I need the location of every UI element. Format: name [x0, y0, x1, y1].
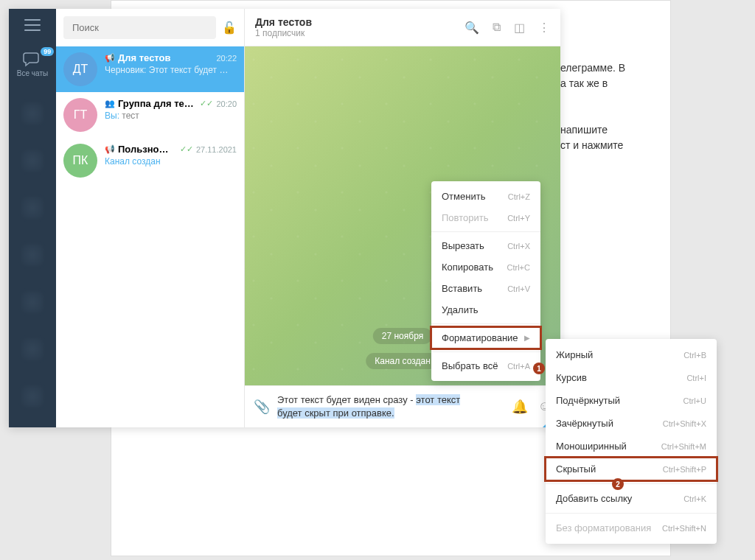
- nav-rail: 99 Все чаты: [9, 9, 56, 427]
- menu-icon[interactable]: [24, 19, 41, 31]
- callout-badge: 1: [533, 363, 545, 374]
- all-chats-label: Все чаты: [17, 69, 48, 77]
- chat-header: Для тестов 1 подписчик 🔍 ⧉ ◫ ⋮: [245, 9, 560, 46]
- search-input[interactable]: [63, 16, 216, 39]
- chat-time: 20:22: [216, 54, 237, 63]
- service-message: Канал создан: [366, 353, 439, 369]
- panel-icon[interactable]: ◫: [514, 21, 525, 35]
- background-text: елеграмме. Ва так же в: [560, 60, 625, 91]
- avatar: ДТ: [63, 52, 97, 86]
- avatar: ПК: [63, 144, 97, 178]
- menu-separator: [431, 323, 540, 324]
- chat-item[interactable]: ПК 📢 Пользно… ✓✓ 27.11.2021 Канал создан: [56, 138, 244, 183]
- menu-select-all[interactable]: Выбрать всёCtrl+A: [431, 355, 540, 377]
- menu-separator: [546, 483, 717, 484]
- context-menu: ОтменитьCtrl+Z ПовторитьCtrl+Y ВырезатьC…: [431, 181, 540, 381]
- chat-preview: Черновик: Этот текст будет …: [105, 65, 237, 75]
- rail-item-blur: [21, 244, 44, 266]
- channel-icon: 📢: [105, 53, 115, 63]
- chat-preview: Вы: тест: [105, 111, 237, 121]
- chat-item[interactable]: ГТ 👥 Группа для те… ✓✓ 20:20 Вы: тест: [56, 92, 244, 138]
- lock-open-icon[interactable]: 🔓: [222, 21, 237, 35]
- chat-name: Пользно…: [118, 144, 177, 155]
- menu-mono[interactable]: МоноширинныйCtrl+Shift+M: [546, 435, 717, 458]
- chat-preview: Канал создан: [105, 156, 237, 167]
- rail-item-blur: [21, 102, 44, 125]
- menu-add-link[interactable]: Добавить ссылкуCtrl+K: [546, 487, 717, 510]
- menu-bold[interactable]: ЖирныйCtrl+B: [546, 343, 717, 366]
- mute-icon[interactable]: 🔔: [512, 399, 528, 415]
- chat-item[interactable]: ДТ 📢 Для тестов 20:22 Черновик: Этот тек…: [56, 46, 244, 92]
- menu-delete[interactable]: Удалить: [431, 299, 540, 321]
- chats-icon: [23, 52, 42, 68]
- menu-copy[interactable]: КопироватьCtrl+C: [431, 256, 540, 278]
- menu-cut[interactable]: ВырезатьCtrl+X: [431, 235, 540, 256]
- channel-icon: 📢: [105, 144, 115, 154]
- menu-clear-format: Без форматированияCtrl+Shift+N: [546, 517, 717, 539]
- rail-item-blur: [21, 338, 44, 360]
- read-checks-icon: ✓✓: [200, 99, 213, 108]
- all-chats-button[interactable]: 99 Все чаты: [17, 52, 48, 77]
- chat-title[interactable]: Для тестов: [255, 16, 465, 28]
- chat-name: Группа для те…: [118, 98, 197, 109]
- menu-separator: [431, 351, 540, 352]
- menu-strike[interactable]: ЗачёркнутыйCtrl+Shift+X: [546, 412, 717, 435]
- menu-paste[interactable]: ВставитьCtrl+V: [431, 278, 540, 299]
- group-icon: 👥: [105, 99, 115, 108]
- date-chip: 27 ноября: [373, 328, 432, 344]
- background-text: напишитест и нажмите: [560, 122, 623, 153]
- rail-item-blur: [21, 197, 44, 219]
- message-input[interactable]: Этот текст будет виден сразу - этот текс…: [277, 393, 504, 420]
- chat-name: Для тестов: [118, 52, 213, 63]
- menu-formatting[interactable]: Форматирование▶: [431, 327, 540, 349]
- rail-item-blur: [21, 291, 44, 313]
- attach-icon[interactable]: 📎: [254, 399, 270, 415]
- chat-time: 27.11.2021: [196, 145, 237, 154]
- menu-separator: [546, 513, 717, 514]
- search-row: 🔓: [56, 9, 244, 46]
- rail-item-blur: [21, 385, 44, 407]
- search-icon[interactable]: 🔍: [465, 21, 479, 35]
- avatar: ГТ: [63, 98, 97, 132]
- message-input-row: 📎 Этот текст будет виден сразу - этот те…: [245, 385, 560, 427]
- callout-badge: 2: [612, 478, 624, 490]
- chevron-right-icon: ▶: [524, 334, 530, 342]
- format-submenu: ЖирныйCtrl+B КурсивCtrl+I ПодчёркнутыйCt…: [546, 339, 717, 544]
- chat-subtitle: 1 подписчик: [255, 28, 465, 38]
- stream-icon[interactable]: ⧉: [493, 21, 501, 35]
- chat-list: 🔓 ДТ 📢 Для тестов 20:22 Черновик: Этот т…: [56, 9, 245, 427]
- chat-time: 20:20: [216, 99, 237, 108]
- menu-underline[interactable]: ПодчёркнутыйCtrl+U: [546, 389, 717, 412]
- menu-separator: [431, 231, 540, 232]
- more-icon[interactable]: ⋮: [538, 21, 550, 35]
- read-checks-icon: ✓✓: [180, 144, 193, 154]
- menu-undo[interactable]: ОтменитьCtrl+Z: [431, 186, 540, 207]
- menu-italic[interactable]: КурсивCtrl+I: [546, 366, 717, 389]
- menu-spoiler[interactable]: СкрытыйCtrl+Shift+P: [546, 458, 717, 480]
- unread-badge: 99: [41, 47, 54, 56]
- rail-item-blur: [21, 150, 44, 172]
- menu-redo: ПовторитьCtrl+Y: [431, 207, 540, 228]
